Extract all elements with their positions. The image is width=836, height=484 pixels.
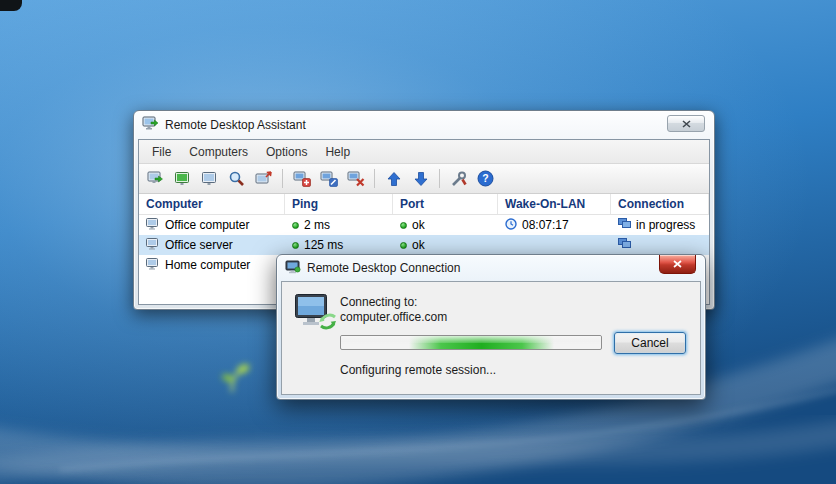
computer-name: Home computer — [165, 258, 250, 272]
wake-on-lan-time: 08:07:17 — [522, 218, 569, 232]
column-ping[interactable]: Ping — [285, 194, 393, 214]
toolbar: ? — [139, 164, 709, 194]
send-link-icon[interactable] — [251, 167, 276, 191]
main-titlebar[interactable]: Remote Desktop Assistant — [138, 111, 710, 139]
port-status-icon — [400, 242, 407, 249]
main-close-button[interactable] — [667, 115, 705, 132]
cancel-button-label: Cancel — [631, 336, 668, 350]
table-row[interactable]: Office server 125 ms ok — [139, 235, 709, 255]
dialog-close-button[interactable] — [659, 255, 696, 274]
screen-corner — [0, 0, 22, 11]
toolbar-separator — [374, 169, 375, 188]
connect-icon[interactable] — [143, 167, 168, 191]
connecting-host: computer.office.com — [340, 310, 447, 325]
connect-green-icon[interactable] — [170, 167, 195, 191]
ping-value: 125 ms — [304, 238, 343, 252]
move-down-icon[interactable] — [408, 167, 433, 191]
connection-progress-bar — [340, 335, 602, 350]
computer-icon — [146, 238, 160, 253]
list-header: Computer Ping Port Wake-On-LAN Connectio… — [139, 194, 709, 215]
rdp-icon — [285, 260, 301, 277]
session-status-text: Configuring remote session... — [340, 363, 496, 377]
delete-computer-icon[interactable] — [343, 167, 368, 191]
port-status-icon — [400, 222, 407, 229]
search-icon[interactable] — [224, 167, 249, 191]
menu-help[interactable]: Help — [316, 142, 359, 162]
table-row[interactable]: Office computer 2 ms ok — [139, 215, 709, 235]
connection-status-icon — [618, 238, 631, 252]
menu-file[interactable]: File — [143, 142, 180, 162]
toolbar-separator — [282, 169, 283, 188]
menu-options[interactable]: Options — [257, 142, 316, 162]
menu-computers[interactable]: Computers — [180, 142, 257, 162]
help-icon[interactable]: ? — [473, 167, 498, 191]
ping-value: 2 ms — [304, 218, 330, 232]
main-window-title: Remote Desktop Assistant — [165, 118, 306, 132]
column-wake-on-lan[interactable]: Wake-On-LAN — [498, 194, 611, 214]
move-up-icon[interactable] — [381, 167, 406, 191]
computer-name: Office server — [165, 238, 233, 252]
cancel-button[interactable]: Cancel — [614, 332, 686, 354]
computer-icon — [146, 218, 160, 233]
toolbar-separator — [439, 169, 440, 188]
desktop: Remote Desktop Assistant File Computers … — [0, 0, 836, 484]
wake-on-lan-clock-icon — [505, 218, 517, 233]
edit-computer-icon[interactable] — [316, 167, 341, 191]
column-computer[interactable]: Computer — [139, 194, 285, 214]
progress-marquee — [409, 336, 555, 349]
menubar: File Computers Options Help — [139, 140, 709, 164]
close-icon — [682, 120, 691, 128]
connection-status-icon — [618, 218, 631, 232]
add-computer-icon[interactable] — [289, 167, 314, 191]
port-value: ok — [412, 238, 425, 252]
remote-desktop-connection-dialog: Remote Desktop Connection — [276, 254, 706, 400]
dialog-titlebar[interactable]: Remote Desktop Connection — [281, 255, 701, 281]
app-icon — [142, 116, 159, 134]
column-port[interactable]: Port — [393, 194, 498, 214]
connecting-computer-icon — [294, 293, 338, 334]
connecting-text: Connecting to: computer.office.com — [340, 295, 447, 325]
port-value: ok — [412, 218, 425, 232]
dialog-frame: Remote Desktop Connection — [276, 254, 706, 400]
ping-status-icon — [292, 242, 299, 249]
ping-status-icon — [292, 222, 299, 229]
connection-status: in progress — [636, 218, 695, 232]
svg-text:?: ? — [482, 172, 488, 184]
view-computer-icon[interactable] — [197, 167, 222, 191]
dialog-title: Remote Desktop Connection — [307, 261, 460, 275]
computer-icon — [146, 258, 160, 273]
dialog-body: Connecting to: computer.office.com Cance… — [281, 281, 701, 395]
computer-name: Office computer — [165, 218, 249, 232]
close-icon — [673, 260, 682, 268]
connecting-label: Connecting to: — [340, 295, 447, 310]
settings-icon[interactable] — [446, 167, 471, 191]
column-connection[interactable]: Connection — [611, 194, 709, 214]
